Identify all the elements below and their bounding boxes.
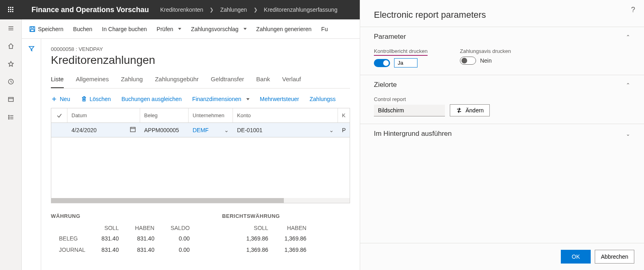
home-icon[interactable] bbox=[0, 37, 22, 55]
chevron-down-icon: ⌄ bbox=[626, 131, 630, 137]
section-header-destinations[interactable]: Zielorte ⌃ bbox=[374, 81, 630, 89]
control-report-dest-label: Control report bbox=[374, 96, 445, 102]
filter-icon[interactable] bbox=[28, 45, 35, 270]
truncated-command[interactable]: Fu bbox=[321, 26, 328, 32]
page-title: Kreditorenzahlungen bbox=[51, 54, 350, 67]
svg-point-19 bbox=[8, 118, 9, 119]
table-row[interactable]: 4/24/2020 APPM000005 DEMF ⌄ bbox=[51, 123, 350, 137]
section-header-background[interactable]: Im Hintergrund ausführen ⌄ bbox=[374, 130, 630, 138]
chevron-down-icon[interactable]: ⌄ bbox=[329, 127, 334, 133]
currency-totals-title: WÄHRUNG bbox=[51, 213, 198, 219]
section-background: Im Hintergrund ausführen ⌄ bbox=[360, 124, 644, 145]
settle-transactions-button[interactable]: Buchungen ausgleichen bbox=[122, 96, 182, 102]
top-bar: Finance and Operations Vorschau Kreditor… bbox=[22, 0, 360, 19]
help-icon[interactable]: ? bbox=[631, 6, 635, 14]
totals-row: JOURNAL 831.40 831.40 0.00 bbox=[51, 244, 198, 255]
print-control-report-value[interactable] bbox=[394, 58, 417, 68]
new-button[interactable]: Neu bbox=[51, 96, 70, 102]
tab-bank[interactable]: Bank bbox=[256, 72, 270, 88]
col-date[interactable]: Datum bbox=[67, 108, 140, 122]
post-in-charge-button[interactable]: In Charge buchen bbox=[102, 26, 147, 32]
print-payment-advice-toggle[interactable] bbox=[460, 57, 476, 65]
svg-rect-22 bbox=[31, 27, 34, 28]
breadcrumb-item[interactable]: Zahlungen bbox=[220, 6, 247, 13]
hamburger-icon[interactable] bbox=[0, 19, 22, 37]
col-k[interactable]: K bbox=[338, 108, 350, 122]
print-control-report-label: Kontrollbericht drucken bbox=[374, 48, 428, 56]
clock-icon[interactable] bbox=[0, 73, 22, 91]
svg-rect-5 bbox=[12, 9, 13, 10]
tab-zahlung[interactable]: Zahlung bbox=[121, 72, 143, 88]
col-balance: SALDO bbox=[162, 223, 197, 233]
tab-zahlungsgebuehr[interactable]: Zahlungsgebühr bbox=[155, 72, 199, 88]
col-company[interactable]: Unternehmen bbox=[189, 108, 233, 122]
svg-rect-7 bbox=[10, 11, 11, 12]
section-destinations: Zielorte ⌃ Control report Ändern bbox=[360, 75, 644, 124]
filter-rail bbox=[22, 39, 41, 270]
tab-liste[interactable]: Liste bbox=[51, 72, 64, 88]
cell-voucher: APPM000005 bbox=[140, 123, 189, 137]
workspace-icon[interactable] bbox=[0, 91, 22, 108]
section-header-parameter[interactable]: Parameter ⌃ bbox=[374, 33, 630, 41]
left-nav bbox=[0, 0, 22, 270]
post-button[interactable]: Buchen bbox=[73, 26, 92, 32]
tab-geldtransfer[interactable]: Geldtransfer bbox=[211, 72, 244, 88]
lines-grid: Datum Beleg Unternehmen Konto K 4/24/202… bbox=[51, 108, 350, 203]
col-debit: SOLL bbox=[238, 223, 277, 233]
tab-allgemeines[interactable]: Allgemeines bbox=[76, 72, 109, 88]
print-control-report-toggle[interactable] bbox=[374, 59, 390, 67]
vat-button[interactable]: Mehrwertsteuer bbox=[260, 96, 299, 102]
breadcrumb: Kreditorenkonten ❯ Zahlungen ❯ Kreditore… bbox=[160, 6, 338, 13]
control-report-dest-input[interactable] bbox=[374, 105, 445, 116]
svg-rect-3 bbox=[8, 9, 9, 10]
cell-company[interactable]: DEMF bbox=[193, 127, 209, 133]
validate-dropdown[interactable]: Prüfen bbox=[157, 26, 181, 32]
save-label: Speichern bbox=[38, 26, 63, 32]
svg-rect-28 bbox=[130, 127, 135, 132]
generate-payments-button[interactable]: Zahlungen generieren bbox=[256, 26, 312, 32]
col-account[interactable]: Konto bbox=[233, 108, 338, 122]
page-eyebrow: 00000058 : VENDPAY bbox=[51, 46, 350, 52]
col-credit: HABEN bbox=[276, 223, 315, 233]
reporting-totals-title: BERICHTSWÄHRUNG bbox=[222, 213, 331, 219]
list-icon[interactable] bbox=[0, 108, 22, 126]
chevron-up-icon: ⌃ bbox=[626, 34, 630, 40]
col-credit: HABEN bbox=[127, 223, 162, 233]
star-icon[interactable] bbox=[0, 55, 22, 73]
calendar-icon[interactable] bbox=[130, 126, 136, 134]
svg-rect-8 bbox=[12, 11, 13, 12]
chevron-right-icon: ❯ bbox=[254, 7, 258, 13]
horizontal-scrollbar[interactable] bbox=[51, 198, 350, 203]
payment-status-button[interactable]: Zahlungss bbox=[310, 96, 336, 102]
panel-footer: OK Abbrechen bbox=[360, 243, 644, 270]
panel-title: Electronic report parameters bbox=[360, 0, 644, 27]
page-tabs: Liste Allgemeines Zahlung Zahlungsgebühr… bbox=[51, 72, 350, 89]
svg-rect-13 bbox=[8, 97, 13, 101]
ok-button[interactable]: OK bbox=[561, 250, 591, 264]
select-all-checkbox[interactable] bbox=[51, 108, 67, 122]
print-payment-advice-value: Nein bbox=[480, 57, 492, 64]
payment-proposal-dropdown[interactable]: Zahlungsvorschlag bbox=[191, 26, 247, 32]
svg-rect-0 bbox=[8, 7, 9, 8]
cell-date[interactable]: 4/24/2020 bbox=[71, 127, 96, 133]
breadcrumb-item[interactable]: Kreditorenkonten bbox=[160, 6, 203, 13]
delete-button[interactable]: Löschen bbox=[81, 96, 111, 102]
totals-row: 1,369.86 1,369.86 bbox=[222, 244, 331, 255]
breadcrumb-item[interactable]: Kreditorenzahlungserfassung bbox=[264, 6, 338, 13]
svg-rect-6 bbox=[8, 11, 9, 12]
col-voucher[interactable]: Beleg bbox=[140, 108, 189, 122]
save-button[interactable]: Speichern bbox=[29, 26, 63, 32]
waffle-icon[interactable] bbox=[0, 0, 22, 19]
chevron-down-icon[interactable]: ⌄ bbox=[224, 127, 229, 133]
svg-rect-2 bbox=[12, 7, 13, 8]
cancel-button[interactable]: Abbrechen bbox=[595, 250, 634, 264]
svg-point-15 bbox=[8, 115, 9, 116]
financial-dimensions-dropdown[interactable]: Finanzdimensionen bbox=[192, 96, 249, 102]
print-payment-advice-label: Zahlungsavis drucken bbox=[460, 48, 511, 54]
col-debit: SOLL bbox=[93, 223, 127, 233]
tab-verlauf[interactable]: Verlauf bbox=[282, 72, 301, 88]
cell-account[interactable]: DE-01001 bbox=[237, 127, 262, 133]
section-parameter: Parameter ⌃ Kontrollbericht drucken Zahl… bbox=[360, 27, 644, 75]
change-destination-button[interactable]: Ändern bbox=[450, 104, 490, 116]
totals-row: BELEG 831.40 831.40 0.00 bbox=[51, 233, 198, 244]
